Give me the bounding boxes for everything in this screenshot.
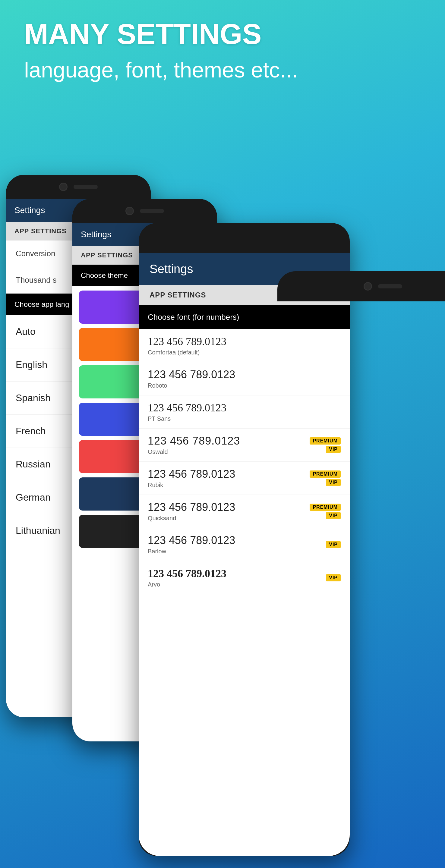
phone3-speaker — [378, 284, 402, 288]
font-arvo-left: 123 456 789.0123 Arvo — [148, 567, 326, 588]
vip-badge-quicksand: VIP — [326, 512, 341, 519]
hero-title: MANY SETTINGS — [24, 18, 298, 50]
font-arvo-label: Arvo — [148, 581, 326, 588]
hero-subtitle: language, font, themes etc... — [24, 56, 298, 84]
font-roboto-label: Roboto — [148, 382, 341, 389]
font-oswald-number: 123 456 789.0123 — [148, 435, 309, 447]
phone3-notch — [277, 271, 445, 301]
font-oswald-left: 123 456 789.0123 Oswald — [148, 435, 309, 456]
font-ptsans-number: 123 456 789.0123 — [148, 401, 341, 414]
font-oswald-label: Oswald — [148, 448, 309, 456]
vip-badge-arvo: VIP — [326, 574, 341, 581]
font-barlow-left: 123 456 789.0123 Barlow — [148, 534, 326, 555]
font-roboto-left: 123 456 789.0123 Roboto — [148, 368, 341, 389]
font-arvo-item[interactable]: 123 456 789.0123 Arvo VIP — [139, 561, 350, 594]
vip-badge-barlow: VIP — [326, 541, 341, 548]
font-oswald-item[interactable]: 123 456 789.0123 Oswald PREMIUM VIP — [139, 429, 350, 462]
phone1-camera — [59, 183, 67, 191]
font-rubik-label: Rubik — [148, 482, 309, 489]
phone3-camera — [364, 282, 372, 290]
phone1-speaker — [73, 185, 98, 189]
font-quicksand-label: Quicksand — [148, 515, 309, 522]
font-arvo-badges: VIP — [326, 574, 341, 581]
font-ptsans-label: PT Sans — [148, 415, 341, 422]
font-comfortaa-item[interactable]: 123 456 789.0123 Comfortaa (default) — [139, 329, 350, 362]
font-barlow-number: 123 456 789.0123 — [148, 534, 326, 547]
phone2-speaker — [140, 209, 164, 213]
font-quicksand-badges: PREMIUM VIP — [309, 504, 341, 519]
font-comfortaa-number: 123 456 789.0123 — [148, 335, 341, 348]
phone3-screen: Settings APP SETTINGS Choose font (for n… — [139, 253, 350, 856]
font-overlay-header: Choose font (for numbers) — [139, 305, 350, 329]
font-arvo-number: 123 456 789.0123 — [148, 567, 326, 580]
phone-font: Settings APP SETTINGS Choose font (for n… — [139, 223, 350, 856]
vip-badge-oswald: VIP — [326, 446, 341, 453]
font-barlow-item[interactable]: 123 456 789.0123 Barlow VIP — [139, 528, 350, 561]
font-oswald-badges: PREMIUM VIP — [309, 437, 341, 453]
font-ptsans-item[interactable]: 123 456 789.0123 PT Sans — [139, 396, 350, 429]
font-roboto-item[interactable]: 123 456 789.0123 Roboto — [139, 362, 350, 396]
font-rubik-badges: PREMIUM VIP — [309, 470, 341, 486]
phone1-notch — [6, 175, 151, 199]
font-ptsans-left: 123 456 789.0123 PT Sans — [148, 401, 341, 422]
premium-badge-quicksand: PREMIUM — [309, 504, 341, 511]
phone2-notch — [72, 199, 217, 223]
font-quicksand-left: 123 456 789.0123 Quicksand — [148, 501, 309, 522]
vip-badge-rubik: VIP — [326, 479, 341, 486]
font-rubik-left: 123 456 789.0123 Rubik — [148, 468, 309, 489]
font-quicksand-item[interactable]: 123 456 789.0123 Quicksand PREMIUM VIP — [139, 495, 350, 528]
font-rubik-item[interactable]: 123 456 789.0123 Rubik PREMIUM VIP — [139, 462, 350, 495]
hero-section: MANY SETTINGS language, font, themes etc… — [24, 18, 298, 84]
premium-badge-rubik: PREMIUM — [309, 470, 341, 478]
premium-badge-oswald: PREMIUM — [309, 437, 341, 444]
phones-container: Settings APP SETTINGS Conversion Thousan… — [0, 175, 445, 868]
font-roboto-number: 123 456 789.0123 — [148, 368, 341, 381]
font-comfortaa-left: 123 456 789.0123 Comfortaa (default) — [148, 335, 341, 356]
font-barlow-badges: VIP — [326, 541, 341, 548]
font-barlow-label: Barlow — [148, 548, 326, 555]
font-comfortaa-label: Comfortaa (default) — [148, 349, 341, 356]
font-rubik-number: 123 456 789.0123 — [148, 468, 309, 480]
font-quicksand-number: 123 456 789.0123 — [148, 501, 309, 514]
phone2-camera — [125, 207, 134, 215]
